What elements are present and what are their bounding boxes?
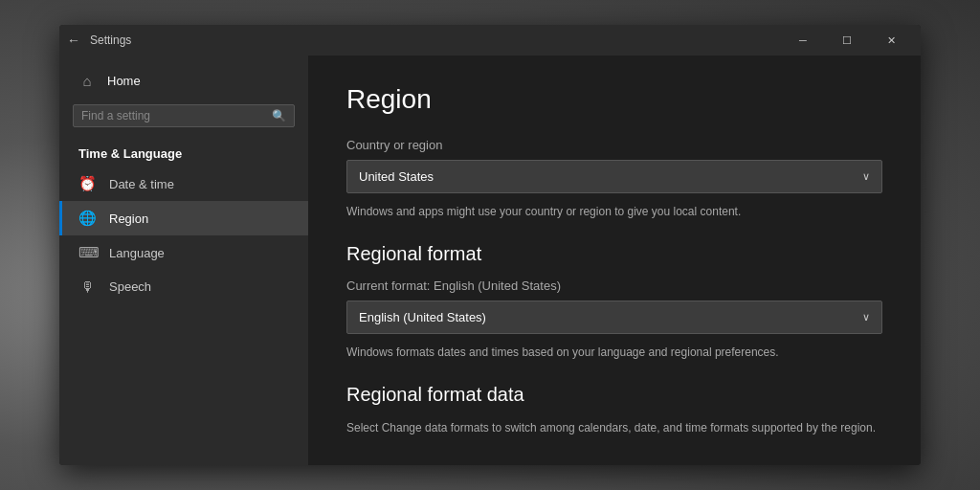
regional-format-dropdown-value: English (United States) [359, 310, 486, 324]
main-content: ⌂ Home 🔍 Time & Language ⏰ Date & time 🌐… [59, 56, 921, 465]
keyboard-icon: ⌨ [78, 244, 96, 261]
globe-icon: 🌐 [78, 210, 96, 227]
close-button[interactable]: ✕ [869, 25, 913, 56]
window-title: Settings [90, 33, 781, 47]
clock-icon: ⏰ [78, 175, 96, 192]
window-controls: ─ ☐ ✕ [781, 25, 913, 56]
sidebar-item-label: Date & time [109, 177, 174, 191]
titlebar: ← Settings ─ ☐ ✕ [59, 25, 921, 56]
regional-format-description: Windows formats dates and times based on… [346, 344, 882, 361]
regional-format-dropdown[interactable]: English (United States) ∨ [346, 301, 882, 334]
search-input[interactable] [81, 109, 266, 122]
content-area: Region Country or region United States ∨… [308, 56, 921, 465]
search-box: 🔍 [73, 104, 295, 127]
current-format-label: Current format: English (United States) [346, 278, 882, 293]
sidebar-item-label: Region [109, 212, 148, 226]
sidebar-item-label: Language [109, 246, 165, 260]
sidebar-item-speech[interactable]: 🎙 Speech [59, 270, 308, 303]
microphone-icon: 🎙 [78, 278, 96, 295]
sidebar-item-language[interactable]: ⌨ Language [59, 235, 308, 270]
home-icon: ⌂ [78, 73, 96, 89]
search-icon: 🔍 [272, 109, 286, 122]
country-description: Windows and apps might use your country … [346, 203, 882, 220]
country-dropdown[interactable]: United States ∨ [346, 160, 882, 193]
sidebar: ⌂ Home 🔍 Time & Language ⏰ Date & time 🌐… [59, 56, 308, 465]
maximize-button[interactable]: ☐ [825, 25, 869, 56]
regional-format-title: Regional format [346, 243, 882, 265]
regional-format-data-description: Select Change data formats to switch amo… [346, 419, 882, 436]
chevron-down-icon: ∨ [862, 170, 870, 183]
sidebar-item-region[interactable]: 🌐 Region [59, 201, 308, 235]
country-section-label: Country or region [346, 138, 882, 152]
country-dropdown-value: United States [359, 169, 434, 184]
sidebar-item-home[interactable]: ⌂ Home [59, 65, 308, 97]
back-button[interactable]: ← [67, 33, 80, 48]
minimize-button[interactable]: ─ [781, 25, 825, 56]
chevron-down-icon-2: ∨ [862, 311, 870, 323]
sidebar-home-label: Home [107, 74, 141, 88]
sidebar-item-date-time[interactable]: ⏰ Date & time [59, 167, 308, 201]
page-title: Region [346, 84, 882, 115]
sidebar-section-header: Time & Language [59, 135, 308, 167]
regional-format-data-title: Regional format data [346, 384, 882, 406]
settings-window: ← Settings ─ ☐ ✕ ⌂ Home 🔍 Time & Languag… [59, 25, 921, 465]
sidebar-item-label: Speech [109, 279, 151, 294]
